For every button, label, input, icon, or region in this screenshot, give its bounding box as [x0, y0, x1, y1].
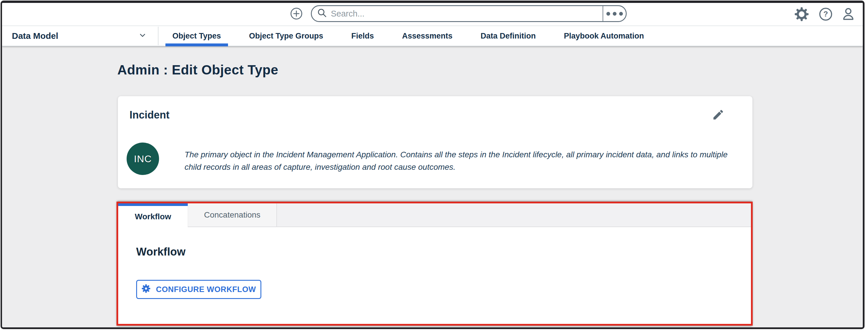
object-type-card: Incident INC The primary object in the I…: [118, 96, 752, 188]
tab-object-types[interactable]: Object Types: [172, 26, 222, 46]
workflow-tabstrip: Workflow Concatenations: [118, 203, 751, 227]
configure-workflow-button[interactable]: CONFIGURE WORKFLOW: [136, 280, 261, 299]
tab-playbook-automation[interactable]: Playbook Automation: [563, 26, 645, 46]
tab-object-type-groups[interactable]: Object Type Groups: [249, 26, 324, 46]
svg-text:?: ?: [824, 9, 828, 18]
red-annotation-box: Workflow Concatenations Workflow: [117, 202, 753, 326]
pencil-icon: [712, 118, 724, 122]
app-window: ? Data Model Object: [1, 1, 865, 329]
chevron-down-icon: [138, 31, 147, 41]
tab-data-definition[interactable]: Data Definition: [480, 26, 536, 46]
user-menu-button[interactable]: [841, 7, 856, 22]
more-options-button[interactable]: [603, 6, 626, 21]
gear-icon: [795, 18, 809, 22]
top-bar: ?: [2, 3, 863, 26]
search-icon: [316, 7, 328, 20]
module-dropdown-label: Data Model: [12, 31, 58, 41]
help-button[interactable]: ?: [818, 7, 833, 22]
tab-fields[interactable]: Fields: [351, 26, 375, 46]
tab-concatenations[interactable]: Concatenations: [188, 203, 277, 227]
search-input[interactable]: [328, 9, 602, 19]
content-area: Admin : Edit Object Type Incident INC Th…: [2, 47, 863, 327]
workflow-panel: Workflow: [118, 227, 751, 324]
nav-divider: [158, 27, 158, 45]
object-type-description: The primary object in the Incident Manag…: [185, 148, 735, 173]
tab-workflow[interactable]: Workflow: [118, 203, 188, 227]
module-dropdown[interactable]: Data Model: [2, 26, 158, 46]
gear-icon: [142, 284, 151, 295]
admin-nav: Data Model Object Types Object Type Grou…: [2, 26, 863, 47]
workflow-heading: Workflow: [136, 246, 185, 258]
settings-button[interactable]: [795, 7, 809, 22]
nav-tabs: Object Types Object Type Groups Fields A…: [172, 26, 645, 46]
object-type-name: Incident: [129, 109, 169, 121]
page-title: Admin : Edit Object Type: [117, 62, 278, 78]
global-search: [311, 5, 627, 22]
plus-circle-icon: [290, 17, 303, 21]
person-icon: [841, 18, 856, 22]
active-tab-indicator: [165, 43, 228, 47]
object-type-monogram: INC: [127, 143, 159, 175]
question-circle-icon: ?: [818, 18, 833, 22]
tab-assessments[interactable]: Assessments: [402, 26, 453, 46]
ellipsis-icon: [607, 12, 610, 16]
add-button[interactable]: [290, 7, 303, 20]
edit-button[interactable]: [712, 108, 724, 121]
configure-workflow-label: CONFIGURE WORKFLOW: [156, 285, 256, 294]
